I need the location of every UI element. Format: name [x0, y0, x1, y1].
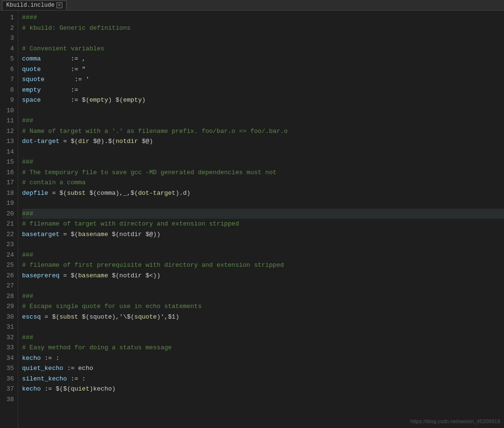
line-number: 22 [2, 229, 14, 240]
line-number: 18 [2, 188, 14, 199]
line-number: 15 [2, 157, 14, 167]
code-line: quiet_kecho := echo [22, 363, 504, 374]
code-line: basetarget = $(basename $(notdir $@)) [22, 229, 504, 240]
line-number: 34 [2, 353, 14, 364]
line-number: 25 [2, 260, 14, 271]
tab-close-icon[interactable]: × [57, 2, 62, 8]
line-number: 31 [2, 322, 14, 333]
code-line: # Escape single quote for use in echo st… [22, 301, 504, 312]
code-line [22, 281, 504, 291]
code-line [22, 147, 504, 157]
code-line: # filename of target with directory and … [22, 219, 504, 229]
line-number: 36 [2, 374, 14, 384]
code-line: empty := [22, 85, 504, 95]
line-number: 7 [2, 74, 14, 85]
line-number: 20 [2, 209, 14, 219]
code-line: dot-target = $(dir $@).$(notdir $@) [22, 136, 504, 147]
line-number: 2 [2, 23, 14, 34]
line-number: 19 [2, 198, 14, 209]
code-line [22, 239, 504, 250]
line-number: 12 [2, 126, 14, 137]
line-number: 14 [2, 147, 14, 157]
code-line: # The temporary file to save gcc -MD gen… [22, 167, 504, 178]
code-line: squote := ' [22, 74, 504, 85]
line-number: 16 [2, 167, 14, 178]
code-line: # contain a comma [22, 178, 504, 188]
code-line: # Easy method for doing a status message [22, 343, 504, 353]
line-number: 5 [2, 54, 14, 64]
line-number: 28 [2, 291, 14, 302]
code-line [22, 322, 504, 333]
code-line: baseprereq = $(basename $(notdir $<)) [22, 271, 504, 281]
code-line: ### [22, 157, 504, 167]
watermark: https://blog.csdn.net/weixin_45309918 [410, 418, 500, 424]
line-number: 10 [2, 106, 14, 116]
code-line: depfile = $(subst $(comma),_,$(dot-targe… [22, 188, 504, 199]
line-number: 23 [2, 239, 14, 250]
code-line: kecho := $($(quiet)kecho) [22, 384, 504, 394]
code-line: kecho := : [22, 353, 504, 364]
line-number: 38 [2, 394, 14, 405]
line-number: 35 [2, 363, 14, 374]
code-line: silent_kecho := : [22, 374, 504, 384]
code-line: ### [22, 116, 504, 126]
line-number: 9 [2, 95, 14, 106]
line-number: 37 [2, 384, 14, 394]
code-line: ### [22, 333, 504, 343]
line-number: 21 [2, 219, 14, 229]
code-line [22, 106, 504, 116]
line-number: 6 [2, 64, 14, 75]
code-line: #### [22, 12, 504, 23]
code-line [22, 394, 504, 405]
code-line: ### [22, 250, 504, 261]
line-number: 27 [2, 281, 14, 291]
line-number: 3 [2, 33, 14, 44]
line-number: 1 [2, 12, 14, 23]
code-line: # Name of target with a '.' as filename … [22, 126, 504, 137]
code-line: # filename of first prerequisite with di… [22, 260, 504, 271]
line-number: 26 [2, 271, 14, 281]
line-number: 30 [2, 312, 14, 322]
editor: 1234567891011121314151617181920212223242… [0, 11, 504, 428]
line-numbers: 1234567891011121314151617181920212223242… [0, 11, 18, 428]
code-line: space := $(empty) $(empty) [22, 95, 504, 106]
code-line [22, 198, 504, 209]
line-number: 33 [2, 343, 14, 353]
title-bar: Kbuild.include × [0, 0, 504, 11]
code-area[interactable]: ##### kbuild: Generic definitions # Conv… [18, 11, 504, 428]
line-number: 4 [2, 44, 14, 54]
line-number: 13 [2, 136, 14, 147]
line-number: 24 [2, 250, 14, 261]
line-number: 17 [2, 178, 14, 188]
code-line: escsq = $(subst $(squote),'\$(squote)',$… [22, 312, 504, 322]
code-line: quote := " [22, 64, 504, 75]
code-line: # Convenient variables [22, 44, 504, 54]
file-tab[interactable]: Kbuild.include × [2, 0, 67, 10]
line-number: 8 [2, 85, 14, 95]
tab-label: Kbuild.include [6, 2, 55, 9]
code-line: ### [22, 209, 504, 219]
line-number: 11 [2, 116, 14, 126]
code-line: # kbuild: Generic definitions [22, 23, 504, 34]
code-line: comma := , [22, 54, 504, 64]
line-number: 29 [2, 301, 14, 312]
line-number: 32 [2, 333, 14, 343]
code-line [22, 33, 504, 44]
code-line: ### [22, 291, 504, 302]
